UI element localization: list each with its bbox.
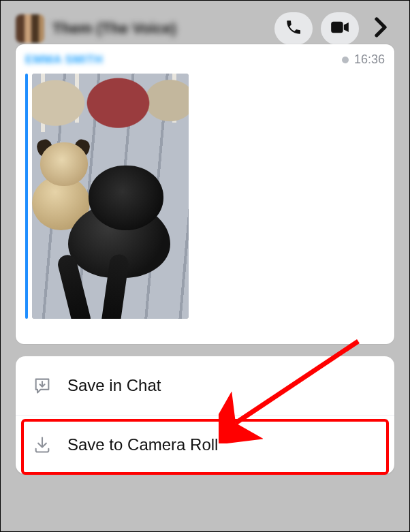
save-in-chat-icon: [32, 375, 52, 396]
avatar[interactable]: [16, 14, 44, 43]
message-body: [25, 74, 385, 319]
chevron-right-icon: [375, 17, 387, 40]
download-icon: [32, 435, 52, 455]
call-button[interactable]: [274, 12, 313, 45]
phone-icon: [285, 18, 302, 39]
delivered-dot-icon: [342, 57, 349, 63]
context-menu: Save in Chat Save to Camera Roll: [16, 356, 394, 474]
save-to-camera-roll-item[interactable]: Save to Camera Roll: [16, 415, 394, 474]
message-timestamp: 16:36: [354, 52, 385, 67]
message-card: EMMA SMITH 16:36: [16, 44, 394, 344]
profile-chevron[interactable]: [367, 12, 394, 45]
sender-name: EMMA SMITH: [25, 53, 103, 67]
save-in-chat-item[interactable]: Save in Chat: [16, 356, 394, 415]
video-icon: [330, 20, 349, 37]
message-accent-bar: [25, 74, 28, 319]
timestamp-group: 16:36: [342, 52, 385, 67]
menu-item-label: Save to Camera Roll: [67, 435, 218, 454]
chat-title[interactable]: Them (The Voice): [52, 20, 266, 37]
chat-header: Them (The Voice): [16, 10, 394, 47]
svg-rect-0: [331, 22, 343, 33]
video-call-button[interactable]: [321, 12, 359, 45]
message-header: EMMA SMITH 16:36: [25, 52, 385, 67]
message-photo[interactable]: [32, 74, 189, 319]
menu-item-label: Save in Chat: [67, 376, 161, 395]
